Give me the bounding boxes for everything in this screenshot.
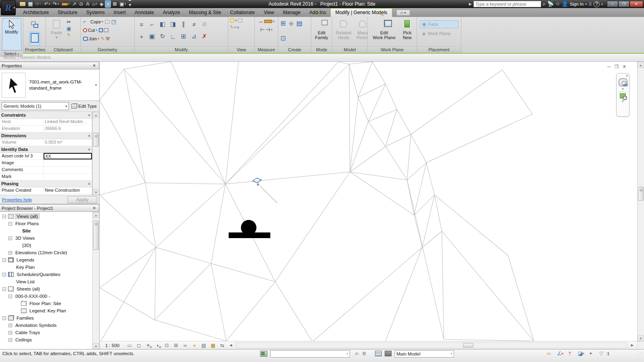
panel-label-modify[interactable]: Modify — [135, 46, 228, 53]
properties-help-link[interactable]: Properties help — [2, 197, 32, 202]
customize-quick-access-toolbar-icon[interactable]: ▾ — [127, 0, 132, 8]
create-group-icon[interactable]: ⊞ — [280, 19, 286, 27]
array-icon[interactable]: ⊞ — [181, 33, 186, 40]
view-close-icon[interactable]: ✕ — [623, 64, 626, 69]
solid-solid-cut-icon[interactable]: ◳ — [110, 19, 117, 25]
pick-new-host-button[interactable]: PickNew — [401, 18, 414, 42]
linework-icon[interactable]: ✎ — [230, 25, 233, 30]
collapse-icon[interactable]: − — [8, 236, 12, 240]
design-options-icon[interactable] — [375, 351, 382, 356]
collapse-icon[interactable]: − — [2, 287, 6, 291]
view-scale-button[interactable]: 1 : 500 — [105, 343, 119, 348]
close-hidden-windows-icon[interactable]: ⊠ — [111, 0, 118, 8]
join-button[interactable]: Join▾ — [82, 35, 100, 42]
browser-item-legends[interactable]: −Legends — [0, 256, 92, 264]
measure-icon[interactable]: ▾ — [60, 0, 71, 8]
drag-elements-on-selection-icon[interactable]: + — [587, 350, 594, 357]
property-value-phase-created[interactable]: New Construction — [44, 187, 92, 194]
window-close-button[interactable]: ✕ — [629, 1, 643, 7]
split-with-gap-icon[interactable]: ≠ — [192, 21, 196, 28]
reveal-constraints-icon[interactable]: ⇆ — [219, 343, 226, 348]
edit-type-button[interactable]: Edit Type — [71, 104, 98, 109]
panel-label-work-plane[interactable]: Work Plane — [368, 46, 417, 53]
thin-lines-icon[interactable]: ≡ — [105, 0, 111, 8]
browser-item-cable-trays[interactable]: +Cable Trays — [0, 329, 92, 336]
scroll-down-icon[interactable]: ▼ — [93, 189, 99, 195]
aligned-dimension-icon[interactable]: ↗ — [71, 0, 77, 8]
active-workset-dropdown[interactable]: ▾ — [270, 350, 350, 358]
tab-annotate[interactable]: Annotate — [130, 8, 158, 17]
property-value-mark[interactable] — [44, 174, 92, 180]
zoom-options-caret-icon[interactable]: ▼ — [617, 100, 629, 103]
select-pinned-elements-icon[interactable]: † — [566, 350, 573, 357]
panel-label-clipboard[interactable]: Clipboard — [46, 46, 80, 53]
active-design-option-dropdown[interactable]: Main Model▾ — [394, 350, 454, 358]
detail-level-icon[interactable]: ▭ — [126, 343, 133, 348]
crop-view-icon[interactable]: ⊡ — [163, 343, 170, 348]
communication-center-icon[interactable]: 📡 — [547, 0, 554, 8]
sun-path-icon[interactable]: ☀✕ — [144, 343, 152, 348]
panel-label-mode[interactable]: Mode — [311, 46, 332, 53]
property-group-identity-data[interactable]: Identity Data« — [0, 146, 92, 153]
property-value-asset-code-lvl-3[interactable]: XX — [44, 153, 92, 159]
wheel-options-caret-icon[interactable]: ▼ — [617, 88, 629, 90]
measure-icon[interactable]: ↔ — [258, 18, 263, 24]
unjoin-icon[interactable]: ⊘ — [202, 21, 207, 28]
property-value-host[interactable]: Linked Revit Model... — [44, 119, 92, 125]
collapse-icon[interactable]: − — [2, 316, 6, 320]
text-icon[interactable]: A — [85, 0, 90, 8]
tab-collaborate[interactable]: Collaborate — [226, 8, 259, 17]
edit-family-button[interactable]: ✎ EditFamily — [313, 18, 330, 42]
sign-in-caret-icon[interactable]: ▾ — [585, 2, 587, 6]
browser-item-floor-plan-site[interactable]: Floor Plan: Site — [0, 300, 92, 307]
collapse-icon[interactable]: − — [2, 273, 6, 276]
switch-windows-icon[interactable]: ▣▾ — [118, 0, 127, 8]
beam-join-icon[interactable] — [99, 28, 103, 32]
property-group-dimensions[interactable]: Dimensions« — [0, 132, 92, 139]
browser-item-views-all[interactable]: −Views (all) — [0, 213, 92, 220]
panel-label-model[interactable]: Model — [332, 46, 367, 53]
browser-item-annotation-symbols[interactable]: +Annotation Symbols — [0, 322, 92, 329]
scroll-up-icon[interactable]: ▲ — [638, 62, 644, 68]
mirror-pick-axis-icon[interactable]: ◧ — [160, 21, 165, 28]
create-similar-icon[interactable]: ◈ — [289, 19, 294, 27]
browser-scrollbar[interactable]: ▲ ▼ — [92, 212, 99, 349]
scale-icon[interactable]: ⊿ — [192, 33, 197, 40]
cut-profile-icon[interactable]: ≡ — [237, 25, 239, 30]
drawing-vertical-scrollbar[interactable]: ▲ ▼ — [637, 62, 644, 341]
application-menu-button[interactable]: R▾ — [1, 0, 16, 15]
search-input[interactable] — [473, 1, 541, 7]
view-restore-icon[interactable]: ❐ — [615, 64, 619, 69]
default-3d-view-icon[interactable]: ⌂▾ — [91, 0, 98, 8]
open-icon[interactable] — [19, 0, 27, 8]
window-restore-button[interactable]: ❐ — [618, 1, 629, 7]
help-caret-icon[interactable]: ▾ — [601, 2, 603, 6]
dimension-icon[interactable]: ⊢ — [260, 27, 265, 33]
panel-label-geometry[interactable]: Geometry — [81, 46, 134, 53]
tab-view[interactable]: View — [259, 8, 279, 17]
paste-button[interactable]: Paste▾ — [48, 18, 65, 42]
move-icon[interactable]: + — [140, 33, 144, 40]
exclude-options-button[interactable] — [385, 351, 392, 356]
browser-item-families[interactable]: −Families — [0, 314, 92, 322]
search-icon[interactable]: ⌕ — [543, 0, 546, 8]
browser-item-key-plan[interactable]: Key Plan — [0, 264, 92, 271]
panel-label-placement[interactable]: Placement — [417, 46, 461, 53]
select-elements-by-face-icon[interactable]: ◪✕ — [577, 350, 584, 357]
panel-label-view[interactable]: View — [228, 46, 254, 53]
copy-to-clipboard-icon[interactable]: ▣ — [67, 26, 71, 31]
undo-icon[interactable]: ↶▾ — [43, 0, 52, 8]
offset-icon[interactable]: ⌐ — [150, 21, 154, 28]
create-parts-icon[interactable]: ⊡ — [280, 34, 286, 42]
sign-in-button[interactable]: Sign In — [570, 2, 584, 6]
temporary-view-properties-icon[interactable]: ▤ — [200, 343, 207, 348]
window-minimize-button[interactable]: ─ — [607, 1, 618, 7]
exchange-apps-icon[interactable]: X — [588, 1, 592, 7]
edit-work-plane-button[interactable]: ✎ EditWork Plane — [371, 18, 398, 42]
match-type-properties-icon[interactable]: ✎ — [67, 32, 71, 38]
view-visibility-icon[interactable] — [230, 18, 234, 23]
cut-to-clipboard-icon[interactable]: ✂ — [67, 19, 71, 25]
properties-close-icon[interactable]: ✕ — [92, 63, 97, 68]
cut-button[interactable]: Cut▾ — [82, 27, 98, 33]
drawing-area[interactable]: ─ ❐ ✕ ⊗ 2D ▼ ▼ ▲ ▼ 1 : 500 ▭◻☀✕◑✕⊡⊞∞●▤ — [100, 62, 644, 349]
